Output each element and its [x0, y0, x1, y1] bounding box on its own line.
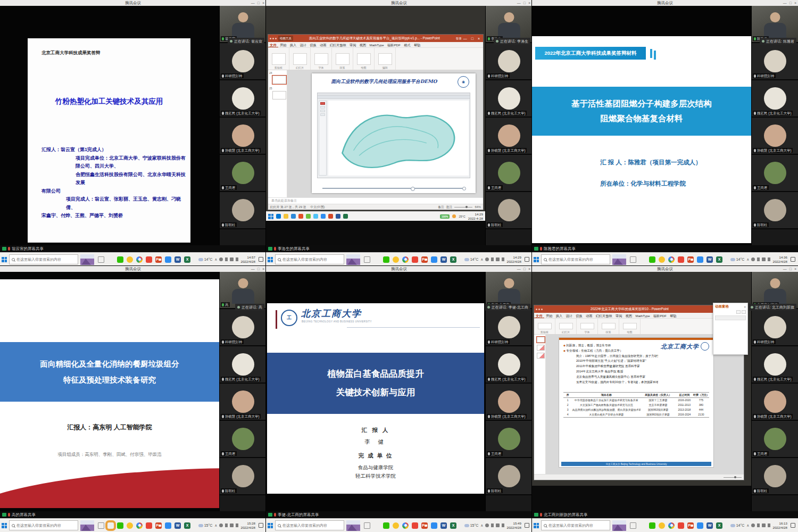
ribbon-tab[interactable]: 文件	[534, 313, 544, 319]
taskbar-search[interactable]	[9, 254, 78, 264]
ribbon-group[interactable]: 幻灯片	[555, 319, 577, 334]
taskbar-app-icon[interactable]	[127, 256, 133, 263]
context-tab-drawing-tools[interactable]: 绘图工具	[278, 36, 293, 41]
maximize-button[interactable]: □	[789, 266, 792, 272]
ribbon-tab[interactable]: 设计	[564, 313, 574, 319]
taskbar-app-icon[interactable]	[373, 522, 380, 529]
taskbar-app-icon[interactable]	[98, 256, 104, 263]
taskbar-app-icon[interactable]: X	[450, 522, 456, 529]
maximize-button[interactable]: □	[257, 0, 260, 6]
tray-pen-icon[interactable]	[768, 523, 770, 527]
notes-toggle[interactable]: 备注	[438, 205, 444, 210]
weather-widget[interactable]	[612, 520, 626, 531]
tray-speaker-icon[interactable]	[496, 523, 500, 527]
ribbon-controls[interactable]	[272, 53, 286, 65]
taskbar-app-icon[interactable]	[276, 214, 281, 219]
notification-center-icon[interactable]	[791, 523, 795, 528]
participant-thumbnail[interactable]: 王尚君	[486, 421, 532, 458]
taskbar-app-icon[interactable]	[107, 256, 114, 263]
zoom-slider[interactable]	[454, 207, 472, 207]
notification-center-icon[interactable]	[525, 523, 529, 528]
taskbar-app-icon[interactable]	[630, 256, 636, 263]
taskbar-app-icon[interactable]: P	[421, 522, 428, 529]
windows-start-button[interactable]	[2, 257, 7, 262]
tray-mic-icon[interactable]	[225, 257, 228, 261]
participant-thumbnail[interactable]: 陈明柱	[486, 458, 532, 495]
tray-icon[interactable]	[219, 523, 223, 527]
maximize-button[interactable]: □	[523, 0, 526, 6]
participant-thumbnail[interactable]: 科研院彭帅	[486, 43, 532, 80]
participant-thumbnail[interactable]: 王尚君	[486, 155, 532, 192]
taskbar-app-icon[interactable]: W	[706, 256, 713, 263]
participant-thumbnail[interactable]: 陈明柱	[220, 192, 266, 229]
ribbon-controls[interactable]	[314, 53, 328, 65]
search-input[interactable]	[282, 257, 342, 261]
close-button[interactable]: ×	[794, 266, 796, 272]
participant-thumbnail[interactable]: 魏艺民 (北京化工大学)	[220, 80, 266, 118]
taskbar-app-icon[interactable]	[393, 256, 399, 263]
windows-start-button[interactable]	[534, 523, 539, 528]
close-button[interactable]: ×	[794, 0, 796, 6]
taskbar-app-icon[interactable]	[117, 256, 123, 263]
taskbar-app-icon[interactable]	[649, 256, 655, 263]
taskbar-app-icon[interactable]	[165, 522, 171, 529]
taskbar-app-icon[interactable]: P	[155, 256, 162, 263]
taskbar-app-icon[interactable]	[328, 214, 333, 219]
ribbon-group[interactable]: 幻灯片	[289, 48, 311, 70]
ribbon-group[interactable]: 绘图	[619, 319, 641, 334]
close-button[interactable]: ×	[262, 266, 264, 272]
slide-thumbnail-selected[interactable]	[537, 337, 545, 343]
taskbar-app-icon[interactable]	[668, 256, 675, 263]
participant-thumbnail[interactable]: 科研院彭帅	[752, 43, 798, 80]
windows-start-button[interactable]	[534, 257, 539, 262]
taskbar-app-icon[interactable]	[136, 522, 143, 529]
ribbon-controls[interactable]	[538, 323, 552, 329]
taskbar-app-icon[interactable]: W	[174, 256, 181, 263]
ribbon-group[interactable]: 字体	[311, 48, 332, 70]
tray-mic-icon[interactable]	[757, 257, 760, 261]
participant-thumbnail[interactable]: 陈明柱	[752, 192, 798, 229]
taskbar-app-icon[interactable]: P	[687, 522, 694, 529]
taskbar-clock[interactable]: 15:492022/4/28	[506, 521, 521, 530]
tray-mic-icon[interactable]	[491, 257, 494, 261]
slide-thumbnail[interactable]	[537, 353, 545, 359]
ribbon-tab[interactable]: 格式	[402, 42, 412, 48]
ribbon-tab[interactable]: 开始	[544, 313, 554, 319]
ribbon-tab[interactable]: 插入	[288, 42, 298, 48]
taskbar-app-icon[interactable]	[668, 522, 675, 529]
tray-icon[interactable]	[751, 257, 755, 261]
participant-thumbnail[interactable]: 科研院彭帅	[486, 309, 532, 346]
participant-thumbnail[interactable]: 王尚君	[220, 421, 266, 458]
tray-speaker-icon[interactable]	[496, 257, 500, 261]
tray-mic-icon[interactable]	[491, 523, 494, 527]
weather-widget[interactable]	[80, 520, 94, 531]
ribbon-tab[interactable]: 审阅	[348, 42, 358, 48]
participant-thumbnail[interactable]: 科研院彭帅	[220, 309, 266, 346]
animation-pane-buttons[interactable]	[715, 310, 746, 314]
taskbar-app-icon[interactable]: P	[687, 256, 694, 263]
notification-center-icon[interactable]	[259, 257, 263, 262]
taskbar-app-icon[interactable]	[393, 522, 399, 529]
taskbar-clock[interactable]: 16:132022/4/28	[772, 521, 787, 530]
taskbar-app-icon[interactable]	[630, 522, 636, 529]
taskbar-app-icon[interactable]	[431, 256, 437, 263]
taskbar-app-icon[interactable]	[117, 522, 123, 529]
minimize-button[interactable]: —	[251, 266, 255, 272]
taskbar-app-icon[interactable]	[373, 256, 380, 263]
ribbon-controls[interactable]	[357, 53, 371, 65]
ribbon-tab[interactable]: MathType	[634, 313, 652, 319]
notes-pane[interactable]: 单击此处添加备注	[268, 197, 483, 204]
weather-temp[interactable]: 14°C	[730, 523, 745, 527]
ribbon-tab[interactable]: 帮助	[668, 313, 678, 319]
taskbar-app-icon[interactable]	[639, 522, 646, 529]
ribbon-group[interactable]: 段落	[332, 48, 353, 70]
taskbar-clock[interactable]: 14:572022/4/28	[240, 255, 255, 264]
search-input[interactable]	[548, 523, 608, 527]
participant-thumbnail[interactable]: 魏艺民 (北京化工大学)	[486, 346, 532, 384]
tray-pen-icon[interactable]	[768, 257, 770, 261]
participant-thumbnail[interactable]: 孙晓慧 (北京工商大学)	[752, 384, 798, 421]
tray-speaker-icon[interactable]	[762, 523, 766, 527]
taskbar-app-icon[interactable]: W	[440, 256, 447, 263]
ribbon-tab[interactable]: 视图	[624, 313, 634, 319]
tray-pen-icon[interactable]	[236, 523, 238, 527]
